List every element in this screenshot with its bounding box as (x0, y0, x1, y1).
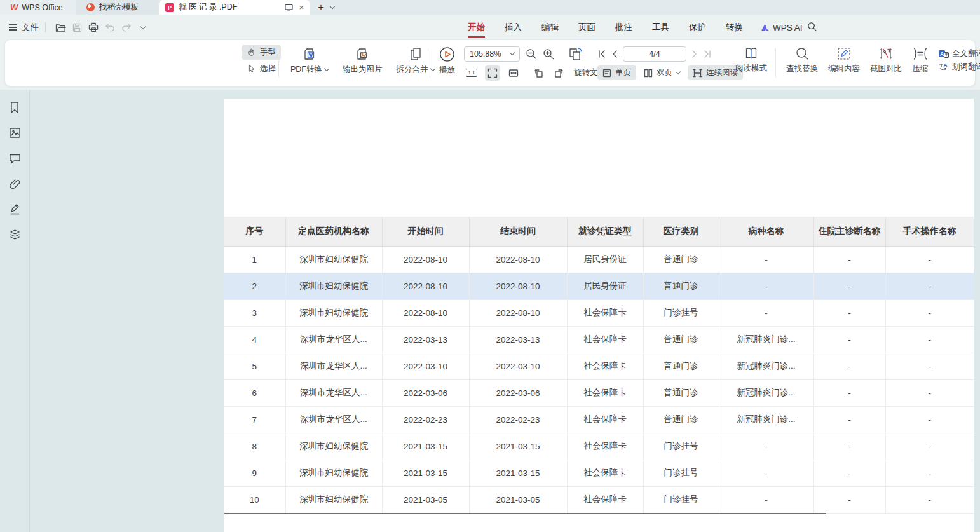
split-merge-button[interactable]: 拆分合并 (392, 44, 439, 78)
table-header-cell: 住院主诊断名称 (813, 217, 885, 246)
sidebar-item-attachment[interactable] (7, 177, 22, 191)
table-cell: 1 (224, 246, 285, 273)
table-cell: 2 (224, 273, 285, 299)
table-cell: - (813, 406, 885, 433)
export-image-button[interactable]: 输出为图片 (338, 44, 387, 78)
sidebar-item-thumbnail[interactable] (7, 126, 22, 140)
table-cell: 2021-03-15 (469, 433, 567, 460)
table-cell: 10 (224, 486, 285, 513)
thumbnail-icon (9, 127, 21, 139)
play-button[interactable]: 播放 (435, 44, 459, 78)
pdf-convert-label: PDF转换 (290, 64, 322, 75)
print-button[interactable] (85, 20, 102, 35)
hand-tool-button[interactable]: 手型 (242, 45, 281, 60)
table-cell: 2022-02-23 (382, 406, 469, 433)
screenshot-compare-icon (878, 46, 894, 61)
rotate-doc-icon[interactable] (568, 46, 584, 62)
sidebar-item-comment[interactable] (7, 151, 22, 165)
edit-content-button[interactable]: 编辑内容 (824, 44, 864, 77)
table-cell: 普通门诊 (643, 406, 719, 433)
table-cell: 普通门诊 (643, 273, 719, 299)
folder-open-icon (55, 23, 66, 32)
table-cell: - (813, 326, 885, 353)
sidebar-rail (0, 90, 30, 532)
menu-start[interactable]: 开始 (466, 19, 486, 36)
undo-button[interactable] (102, 20, 118, 35)
medical-records-table: 序号定点医药机构名称开始时间结束时间就诊凭证类型医疗类别病种名称住院主诊断名称手… (224, 217, 974, 514)
wps-ai-label: WPS AI (773, 23, 803, 32)
play-icon (439, 46, 455, 62)
menu-tools[interactable]: 工具 (651, 19, 670, 36)
file-menu[interactable]: 文件 (9, 22, 39, 33)
table-cell: - (719, 460, 813, 486)
cursor-icon (247, 64, 256, 74)
tab-document-active[interactable]: P 就 医 记 录 .PDF × (159, 0, 310, 15)
pdf-convert-button[interactable]: PDF转换 (286, 44, 333, 78)
double-page-button[interactable]: 双页 (639, 65, 685, 80)
next-page-button[interactable] (691, 50, 698, 58)
menu-wps-ai[interactable]: WPS AI (760, 23, 803, 32)
select-tool-button[interactable]: 选择 (242, 62, 281, 76)
sidebar-item-bookmark[interactable] (7, 100, 22, 114)
rotate-right-button[interactable] (552, 65, 567, 81)
table-cell: 深圳市龙华区人... (285, 406, 382, 433)
chevron-down-icon (510, 50, 515, 55)
word-translate-button[interactable]: A 划词翻译 (938, 62, 980, 72)
sidebar-item-layers[interactable] (7, 228, 22, 242)
table-header-cell: 病种名称 (719, 217, 813, 246)
table-cell: 2022-08-10 (382, 246, 469, 273)
menu-page[interactable]: 页面 (577, 19, 597, 36)
table-cell: - (813, 299, 885, 326)
read-mode-button[interactable]: 阅读模式 (731, 44, 772, 76)
actual-size-button[interactable]: 1:1 (464, 65, 479, 81)
compress-button[interactable]: 压缩 (908, 44, 933, 77)
docer-icon (86, 3, 95, 11)
document-workspace: 序号定点医药机构名称开始时间结束时间就诊凭证类型医疗类别病种名称住院主诊断名称手… (0, 90, 980, 532)
close-tab-icon[interactable]: × (299, 3, 304, 11)
full-translate-button[interactable]: A 全文翻译 (938, 48, 980, 59)
screenshot-compare-button[interactable]: 截图对比 (866, 44, 906, 77)
redo-button[interactable] (118, 20, 135, 35)
save-button[interactable] (69, 20, 85, 35)
tab-label: WPS Office (22, 3, 62, 12)
menu-search-button[interactable] (807, 22, 817, 34)
quick-toolbar-chevron[interactable] (135, 20, 151, 35)
undo-icon (105, 23, 115, 32)
tab-wps-office[interactable]: W WPS Office (0, 0, 76, 15)
table-row: 3深圳市妇幼保健院2022-08-102022-08-10社会保障卡门诊挂号--… (224, 299, 974, 326)
first-page-button[interactable] (597, 50, 606, 58)
previous-page-button[interactable] (611, 50, 618, 58)
fit-page-button[interactable] (485, 65, 500, 81)
full-translate-label: 全文翻译 (952, 48, 980, 59)
menu-edit[interactable]: 编辑 (540, 19, 560, 36)
menu-protect[interactable]: 保护 (688, 19, 707, 36)
fit-page-icon (487, 68, 498, 78)
zoom-level-select[interactable]: 105.88% (464, 46, 520, 62)
table-cell: 3 (224, 299, 285, 326)
menu-insert[interactable]: 插入 (503, 19, 523, 36)
menu-convert[interactable]: 转换 (725, 19, 744, 36)
table-cell: 2021-03-15 (382, 460, 469, 486)
fit-width-button[interactable] (506, 65, 521, 81)
table-cell: 2021-03-05 (382, 486, 469, 513)
open-file-button[interactable] (52, 20, 69, 35)
find-replace-button[interactable]: 查找替换 (782, 44, 822, 77)
tab-template-store[interactable]: 找稻壳模板 (76, 0, 159, 15)
new-tab-button[interactable]: + (318, 1, 324, 14)
pdf-page[interactable]: 序号定点医药机构名称开始时间结束时间就诊凭证类型医疗类别病种名称住院主诊断名称手… (224, 99, 974, 532)
single-page-button[interactable]: 单页 (597, 65, 636, 80)
sidebar-item-signature[interactable] (7, 202, 22, 216)
page-number-input[interactable]: 4/4 (623, 46, 686, 62)
rotate-left-button[interactable] (531, 65, 546, 81)
table-header-cell: 就诊凭证类型 (567, 217, 643, 246)
tab-list-chevron-icon[interactable] (330, 4, 335, 9)
last-page-button[interactable] (703, 50, 712, 58)
menu-annotate[interactable]: 批注 (614, 19, 634, 36)
zoom-out-button[interactable] (526, 48, 537, 60)
table-cell: - (885, 460, 974, 486)
monitor-icon[interactable] (285, 4, 293, 11)
zoom-in-button[interactable] (543, 48, 554, 60)
table-cell: 2022-03-13 (469, 326, 567, 353)
table-bottom-rule (224, 513, 826, 514)
double-page-icon (644, 69, 653, 78)
